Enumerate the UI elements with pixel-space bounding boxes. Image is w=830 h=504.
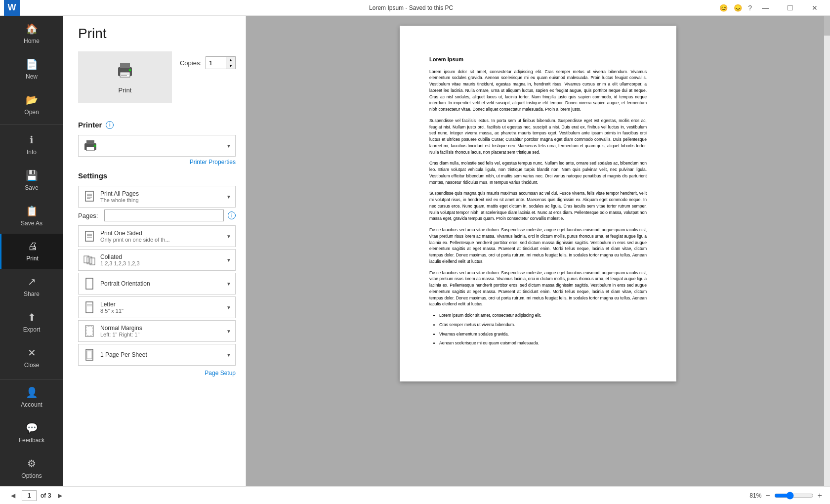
copies-label: Copies: [180,59,202,67]
save-as-icon: 📋 [26,205,38,217]
paper-size-text: Letter 8.5" x 11" [100,301,226,314]
copies-spinbox[interactable]: 1 ▲ ▼ [206,56,236,69]
pages-label: Pages: [78,212,100,219]
pages-per-sheet-text: 1 Page Per Sheet [100,351,226,358]
minimize-button[interactable]: — [754,0,777,16]
doc-paragraph-5: Fusce faucibus sed arcu vitae dictum. Su… [429,227,647,265]
sidebar-item-account[interactable]: 👤 Account [0,379,63,415]
sidebar-item-close[interactable]: ✕ Close [0,340,63,376]
margins-icon [83,324,96,338]
svg-rect-2 [120,72,130,77]
print-button[interactable]: Print [83,56,167,98]
one-sided-arrow: ▼ [226,234,231,239]
print-one-sided-dropdown[interactable]: Print One Sided Only print on one side o… [78,225,236,247]
export-icon: ⬆ [28,311,36,323]
sidebar-item-home[interactable]: 🏠 Home [0,16,63,51]
settings-section-header: Settings [78,171,236,180]
print-all-pages-icon [83,190,96,204]
collated-dropdown[interactable]: Collated 1,2,3 1,2,3 1,2,3 ▼ [78,249,236,271]
print-all-pages-dropdown[interactable]: Print All Pages The whole thing ▼ [78,186,236,208]
page-setup-link[interactable]: Page Setup [78,370,236,377]
sad-icon[interactable]: 😞 [734,4,742,12]
info-icon: ℹ [30,134,34,146]
close-nav-icon: ✕ [28,347,36,359]
letter-main: Letter [100,301,226,308]
margins-text: Normal Margins Left: 1" Right: 1" [100,325,226,337]
zoom-plus-button[interactable]: + [818,491,822,500]
print-btn-label: Print [119,86,132,94]
printer-properties-link[interactable]: Printer Properties [78,159,236,166]
help-icon[interactable]: ? [748,4,752,12]
paper-size-arrow: ▼ [226,305,231,310]
collated-icon [83,253,96,267]
copies-up-arrow[interactable]: ▲ [226,57,235,63]
svg-rect-4 [121,74,129,75]
margins-dropdown[interactable]: Normal Margins Left: 1" Right: 1" ▼ [78,320,236,342]
svg-rect-23 [86,302,93,313]
svg-rect-1 [120,63,130,68]
feedback-label: Feedback [19,437,45,444]
collated-arrow: ▼ [226,257,231,263]
doc-paragraph-3: Cras diam nulla, molestie sed felis vel,… [429,160,647,185]
doc-title: Lorem Ipsum [429,55,647,64]
pages-info-icon[interactable]: i [228,211,236,219]
sidebar-item-new[interactable]: 📄 New [0,51,63,87]
page-of-label: of 3 [41,492,51,499]
options-icon: ⚙ [27,458,36,469]
list-item: Aenean scelerisque mi eu quam euismod ma… [439,340,647,346]
orientation-dropdown[interactable]: Portrait Orientation ▼ [78,273,236,294]
preview-scroll[interactable] [824,16,830,486]
pages-row: Pages: i [78,210,236,221]
printer-section-label: Printer [78,121,102,129]
margins-sub: Left: 1" Right: 1" [100,332,226,337]
letter-sub: 8.5" x 11" [100,308,226,314]
close-button[interactable]: ✕ [803,0,826,16]
sidebar-item-share[interactable]: ↗ Share [0,269,63,304]
preview-area: Lorem Ipsum Lorem ipsum dolor sit amet, … [246,16,830,486]
bottom-bar: ◀ of 3 ▶ 81% − + [0,486,830,504]
one-sided-sub: Only print on one side of th... [100,237,226,243]
pages-input[interactable] [104,210,224,221]
svg-rect-15 [85,231,93,241]
export-label: Export [23,326,41,333]
account-label: Account [21,401,42,408]
page-title: Print [78,26,236,42]
zoom-level: 81% [749,492,761,499]
page-number-input[interactable] [22,490,37,501]
titlebar: W Lorem Ipsum - Saved to this PC 😊 😞 ? —… [0,0,830,16]
sidebar-item-info[interactable]: ℹ Info [0,127,63,163]
copies-down-arrow[interactable]: ▼ [226,63,235,69]
copies-input[interactable]: 1 [206,57,226,69]
doc-paragraph-2: Suspendisse vel facilisis lectus. In por… [429,118,647,156]
svg-rect-27 [86,327,92,336]
sidebar-item-print[interactable]: 🖨 Print [0,234,63,269]
sidebar-item-export[interactable]: ⬆ Export [0,304,63,340]
printer-dropdown[interactable]: ▼ [78,135,236,157]
zoom-slider[interactable] [774,492,814,500]
sidebar-item-options[interactable]: ⚙ Options [0,451,63,486]
pages-per-sheet-main: 1 Page Per Sheet [100,351,226,358]
print-all-pages-arrow: ▼ [226,194,231,200]
sidebar-item-open[interactable]: 📂 Open [0,87,63,123]
titlebar-user-icons: 😊 😞 ? [719,4,752,12]
zoom-bar: 81% − + [749,491,822,500]
sidebar-item-feedback[interactable]: 💬 Feedback [0,415,63,451]
portrait-icon [83,277,96,291]
sidebar-item-save[interactable]: 💾 Save [0,163,63,198]
printer-info-icon[interactable]: i [106,121,114,129]
sidebar-item-save-as[interactable]: 📋 Save As [0,198,63,234]
page-prev-button[interactable]: ◀ [8,491,18,501]
list-item: Lorem ipsum dolor sit amet, consectetur … [439,312,647,319]
info-label: Info [27,149,37,156]
print-panel: Print [63,16,246,486]
zoom-minus-button[interactable]: − [765,491,770,500]
left-nav: 🏠 Home 📄 New 📂 Open ℹ Info 💾 Save 📋 [0,16,63,486]
paper-size-dropdown[interactable]: Letter 8.5" x 11" ▼ [78,296,236,318]
maximize-button[interactable]: ☐ [779,0,801,16]
emoji-icon[interactable]: 😊 [719,4,728,12]
close-nav-label: Close [24,362,40,369]
svg-point-9 [94,145,96,147]
page-next-button[interactable]: ▶ [55,491,65,501]
pages-per-sheet-dropdown[interactable]: 1 Page Per Sheet ▼ [78,344,236,366]
print-button-container: Print [78,51,172,103]
